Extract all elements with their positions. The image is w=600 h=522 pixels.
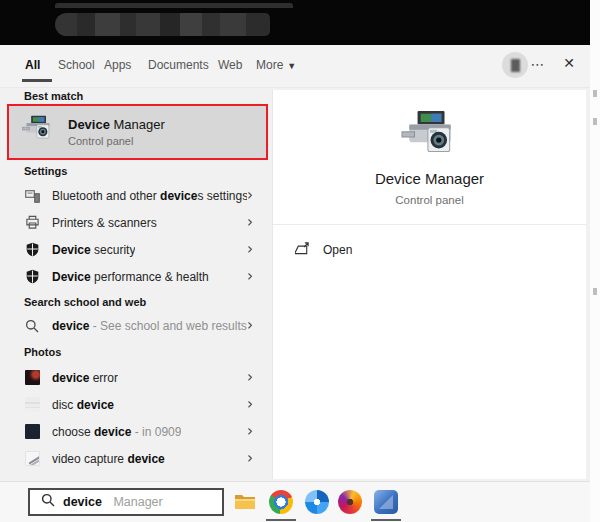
options-ellipsis-icon[interactable]: ⋯ bbox=[527, 56, 549, 72]
chevron-right-icon: › bbox=[247, 269, 253, 284]
app-blue-square-icon[interactable] bbox=[374, 490, 398, 514]
chevron-down-icon: ▼ bbox=[287, 61, 296, 71]
tab-school-label: School bbox=[58, 58, 95, 72]
preview-subtitle: Control panel bbox=[273, 194, 586, 206]
list-item-photo-device-error[interactable]: device error › bbox=[0, 364, 272, 391]
list-item-label: device - See school and web results bbox=[52, 319, 247, 333]
list-item-label: video capture device bbox=[52, 452, 165, 466]
close-icon[interactable]: ✕ bbox=[560, 55, 578, 71]
list-item-photo-video-capture-device[interactable]: video capture device › bbox=[0, 445, 272, 472]
window-titlebar bbox=[0, 0, 590, 45]
list-item-photo-disc-device[interactable]: disc device › bbox=[0, 391, 272, 418]
running-indicator bbox=[266, 519, 296, 521]
search-icon bbox=[24, 319, 40, 333]
windows-search-flyout: All School Apps Documents Web More▼ ⋯ ✕ … bbox=[0, 0, 600, 522]
list-item-label: Printers & scanners bbox=[52, 216, 157, 230]
list-item-photo-choose-device[interactable]: choose device - in 0909 › bbox=[0, 418, 272, 445]
photo-thumbnail-icon bbox=[24, 397, 40, 412]
list-item-bluetooth-devices-settings[interactable]: Bluetooth and other devices settings › bbox=[0, 182, 272, 209]
section-label-settings: Settings bbox=[24, 165, 67, 177]
list-item-web-search-device[interactable]: device - See school and web results › bbox=[0, 312, 272, 339]
list-item-printers-scanners[interactable]: Printers & scanners › bbox=[0, 209, 272, 236]
list-item-label: Device performance & health bbox=[52, 270, 209, 284]
chevron-right-icon: › bbox=[247, 215, 253, 230]
page-scrollbar[interactable] bbox=[590, 0, 600, 522]
preview-title: Device Manager bbox=[273, 170, 586, 187]
tab-apps[interactable]: Apps bbox=[104, 58, 131, 72]
chevron-right-icon: › bbox=[247, 318, 253, 333]
search-icon bbox=[41, 493, 55, 511]
search-results-area: Best match bbox=[0, 88, 590, 481]
app-blue-icon[interactable] bbox=[305, 490, 329, 514]
chevron-right-icon: › bbox=[247, 242, 253, 257]
search-suggestion-text: Manager bbox=[110, 495, 163, 509]
shield-icon bbox=[24, 269, 40, 284]
app-orange-icon[interactable] bbox=[338, 490, 362, 514]
annotation-red-box: Device Manager Control panel bbox=[7, 104, 268, 160]
chevron-right-icon: › bbox=[247, 451, 253, 466]
tab-all-label: All bbox=[25, 58, 40, 72]
taskbar-search-box[interactable]: device Manager bbox=[28, 488, 224, 516]
list-item-label: disc device bbox=[52, 398, 114, 412]
device-manager-icon bbox=[22, 114, 54, 150]
tab-more[interactable]: More▼ bbox=[256, 58, 296, 72]
best-match-item-device-manager[interactable]: Device Manager Control panel bbox=[9, 106, 266, 158]
device-manager-icon-large bbox=[401, 108, 459, 170]
photo-thumbnail-icon bbox=[24, 370, 40, 385]
taskbar: device Manager bbox=[0, 481, 600, 522]
open-window-icon bbox=[295, 241, 310, 259]
list-item-device-security[interactable]: Device security › bbox=[0, 236, 272, 263]
preview-panel: Device Manager Control panel Open bbox=[272, 90, 586, 479]
search-typed-text: device bbox=[63, 495, 102, 509]
avatar-redacted bbox=[511, 59, 520, 72]
photo-thumbnail-icon bbox=[24, 424, 40, 439]
chevron-right-icon: › bbox=[247, 397, 253, 412]
list-item-device-performance-health[interactable]: Device performance & health › bbox=[0, 263, 272, 290]
list-item-label: Bluetooth and other devices settings bbox=[52, 189, 247, 203]
tab-documents[interactable]: Documents bbox=[148, 58, 209, 72]
best-match-title: Device Manager bbox=[68, 117, 165, 132]
running-indicator bbox=[371, 519, 401, 521]
section-label-photos: Photos bbox=[24, 346, 61, 358]
chevron-right-icon: › bbox=[247, 188, 253, 203]
list-item-label: device error bbox=[52, 371, 118, 385]
tab-more-label: More bbox=[256, 58, 283, 72]
open-label: Open bbox=[323, 243, 352, 257]
shield-icon bbox=[24, 242, 40, 257]
photo-thumbnail-icon bbox=[24, 451, 40, 466]
list-item-label: choose device - in 0909 bbox=[52, 425, 181, 439]
divider bbox=[273, 224, 586, 225]
best-match-subtitle: Control panel bbox=[68, 135, 165, 147]
tab-all[interactable]: All bbox=[25, 58, 40, 72]
chevron-right-icon: › bbox=[247, 424, 253, 439]
browser-tab-redacted bbox=[55, 3, 293, 8]
list-item-label: Device security bbox=[52, 243, 135, 257]
tab-documents-label: Documents bbox=[148, 58, 209, 72]
bluetooth-devices-icon bbox=[24, 188, 40, 203]
redacted-window-title bbox=[55, 13, 270, 36]
tab-school[interactable]: School bbox=[58, 58, 95, 72]
tab-web-label: Web bbox=[218, 58, 242, 72]
user-avatar[interactable] bbox=[502, 52, 528, 78]
search-filter-tabs: All School Apps Documents Web More▼ ⋯ ✕ bbox=[0, 45, 590, 88]
file-explorer-icon[interactable] bbox=[233, 490, 257, 514]
section-label-search-school-web: Search school and web bbox=[24, 296, 146, 308]
printer-icon bbox=[24, 215, 40, 230]
tab-apps-label: Apps bbox=[104, 58, 131, 72]
open-action[interactable]: Open bbox=[283, 236, 364, 264]
tab-web[interactable]: Web bbox=[218, 58, 242, 72]
section-label-best-match: Best match bbox=[24, 90, 83, 102]
chrome-icon[interactable] bbox=[269, 490, 293, 514]
active-tab-underline bbox=[22, 79, 52, 82]
chevron-right-icon: › bbox=[247, 370, 253, 385]
